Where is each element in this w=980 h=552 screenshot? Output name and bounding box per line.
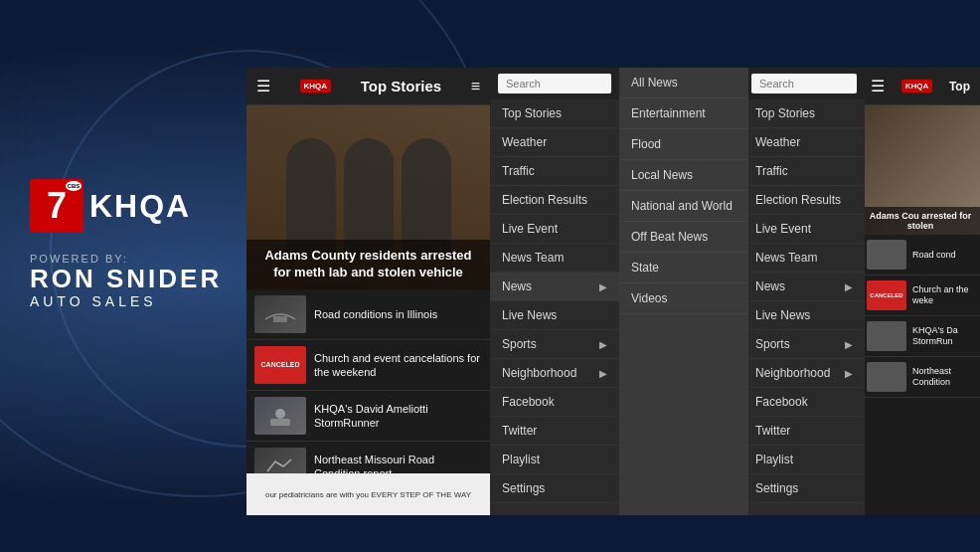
dropdown-item-playlist[interactable]: Playlist bbox=[490, 446, 619, 474]
dropdown-menu-panel: Top Stories Weather Traffic Election Res… bbox=[490, 68, 619, 515]
dropdown-item-top-stories[interactable]: Top Stories bbox=[490, 99, 619, 128]
news-item-canceled[interactable]: CANCELED Church and event cancelations f… bbox=[246, 340, 490, 391]
svg-rect-0 bbox=[273, 316, 287, 322]
dropdown-right-item-election[interactable]: Election Results bbox=[743, 186, 865, 215]
dropdown-item-facebook[interactable]: Facebook bbox=[490, 388, 619, 417]
khqa-small-logo: KHQA bbox=[300, 80, 332, 92]
hero-overlay: Adams County residents arrested for meth… bbox=[246, 240, 490, 289]
app-header-title: Top Stories bbox=[361, 78, 441, 94]
news-item-david[interactable]: KHQA's David Ameliotti StormRunner bbox=[246, 391, 490, 442]
channel-seven-logo: 7 CBS bbox=[30, 179, 83, 233]
news-text-david: KHQA's David Ameliotti StormRunner bbox=[314, 402, 482, 431]
right-khqa-small-logo: KHQA bbox=[901, 80, 933, 92]
chevron-right-sports-r-icon: ▶ bbox=[845, 339, 853, 350]
right-news-item-3[interactable]: KHQA's Da StormRun bbox=[861, 316, 980, 357]
auto-sales-label: AUTO SALES bbox=[30, 293, 222, 309]
submenu-item-entertainment[interactable]: Entertainment bbox=[619, 98, 748, 129]
chevron-right-news-r-icon: ▶ bbox=[845, 281, 853, 292]
dropdown-search-input[interactable] bbox=[498, 74, 611, 93]
right-hero-image[interactable]: Adams Cou arrested for stolen bbox=[861, 105, 980, 235]
news-item-road[interactable]: Road conditions in Illinois bbox=[246, 289, 490, 340]
hero-image[interactable]: Adams County residents arrested for meth… bbox=[246, 105, 490, 289]
dropdown-right-item-live-event[interactable]: Live Event bbox=[743, 215, 865, 244]
dropdown-item-settings[interactable]: Settings bbox=[490, 474, 619, 503]
dropdown-right-item-sports[interactable]: Sports ▶ bbox=[743, 330, 865, 359]
right-news-item-2[interactable]: CANCELED Church an the weke bbox=[861, 276, 980, 316]
submenu-item-state[interactable]: State bbox=[619, 253, 748, 283]
dropdown-items-list: Top Stories Weather Traffic Election Res… bbox=[490, 99, 619, 515]
dropdown-right-items-list: Top Stories Weather Traffic Election Res… bbox=[743, 99, 865, 515]
dropdown-right-search-area bbox=[743, 68, 865, 99]
news-item-northeast[interactable]: Northeast Missouri Road Condition report bbox=[246, 442, 490, 473]
news-text-northeast: Northeast Missouri Road Condition report bbox=[314, 453, 482, 473]
right-text-3: KHQA's Da StormRun bbox=[912, 325, 974, 347]
right-hamburger-icon[interactable]: ☰ bbox=[871, 77, 885, 95]
news-thumb-road bbox=[254, 295, 306, 333]
dropdown-right-item-facebook[interactable]: Facebook bbox=[743, 388, 865, 417]
right-text-2: Church an the weke bbox=[912, 284, 974, 306]
chevron-right-neighborhood-icon: ▶ bbox=[599, 368, 607, 379]
dropdown-search-area bbox=[490, 68, 619, 99]
dropdown-item-traffic[interactable]: Traffic bbox=[490, 157, 619, 186]
right-thumb-4 bbox=[867, 362, 906, 392]
dropdown-right-item-settings[interactable]: Settings bbox=[743, 474, 865, 503]
dropdown-right-item-twitter[interactable]: Twitter bbox=[743, 417, 865, 446]
dropdown-item-election[interactable]: Election Results bbox=[490, 186, 619, 215]
chevron-right-sports-icon: ▶ bbox=[599, 339, 607, 350]
dropdown-item-weather[interactable]: Weather bbox=[490, 128, 619, 157]
dropdown-right-item-weather[interactable]: Weather bbox=[743, 128, 865, 157]
dropdown-item-news-team[interactable]: News Team bbox=[490, 244, 619, 273]
submenu-item-offbeat[interactable]: Off Beat News bbox=[619, 222, 748, 253]
submenu-item-all-news[interactable]: All News bbox=[619, 68, 748, 98]
right-app-header: ☰ KHQA Top bbox=[861, 68, 980, 105]
dropdown-item-news[interactable]: News ▶ bbox=[490, 273, 619, 301]
right-news-item-1[interactable]: Road cond bbox=[861, 235, 980, 276]
news-list: Road conditions in Illinois CANCELED Chu… bbox=[246, 289, 490, 473]
dropdown-right-item-live-news[interactable]: Live News bbox=[743, 301, 865, 330]
submenu-items-list: All News Entertainment Flood Local News … bbox=[619, 68, 748, 515]
banner-text: our pediatricians are with you EVERY STE… bbox=[265, 490, 471, 499]
app-header: ☰ KHQA Top Stories ≡ bbox=[246, 68, 490, 105]
right-thumb-3 bbox=[867, 321, 906, 351]
dropdown-item-live-event[interactable]: Live Event bbox=[490, 215, 619, 244]
right-thumb-canceled: CANCELED bbox=[867, 280, 906, 310]
news-thumb-northeast bbox=[254, 448, 306, 473]
dropdown-item-live-news[interactable]: Live News bbox=[490, 301, 619, 330]
dropdown-right-item-neighborhood[interactable]: Neighborhood ▶ bbox=[743, 359, 865, 388]
dropdown-right-search-input[interactable] bbox=[751, 74, 857, 93]
right-app-header-title: Top bbox=[949, 80, 970, 93]
news-bottom-banner: our pediatricians are with you EVERY STE… bbox=[246, 473, 490, 515]
list-icon[interactable]: ≡ bbox=[471, 78, 480, 95]
right-news-item-4[interactable]: Northeast Condition bbox=[861, 357, 980, 398]
hero-headline: Adams County residents arrested for meth… bbox=[256, 248, 480, 281]
svg-rect-2 bbox=[270, 419, 290, 426]
chevron-right-neighborhood-r-icon: ▶ bbox=[845, 368, 853, 379]
right-text-1: Road cond bbox=[912, 250, 956, 261]
dropdown-right-item-news-team[interactable]: News Team bbox=[743, 244, 865, 273]
submenu-item-flood[interactable]: Flood bbox=[619, 129, 748, 160]
right-news-list: Road cond CANCELED Church an the weke KH… bbox=[861, 235, 980, 515]
main-app-panel: ☰ KHQA Top Stories ≡ Adams County reside… bbox=[246, 68, 490, 515]
dropdown-right-item-top-stories[interactable]: Top Stories bbox=[743, 99, 865, 128]
dropdown-item-neighborhood[interactable]: Neighborhood ▶ bbox=[490, 359, 619, 388]
dropdown-right-item-playlist[interactable]: Playlist bbox=[743, 446, 865, 474]
hamburger-icon[interactable]: ☰ bbox=[256, 77, 270, 95]
submenu-item-videos[interactable]: Videos bbox=[619, 283, 748, 314]
right-app-panel: ☰ KHQA Top Adams Cou arrested for stolen… bbox=[861, 68, 980, 515]
khqa-logo-text: KHQA bbox=[89, 188, 191, 225]
news-thumb-david bbox=[254, 397, 306, 435]
dropdown-right-item-traffic[interactable]: Traffic bbox=[743, 157, 865, 186]
news-text-canceled: Church and event cancelations for the we… bbox=[314, 351, 482, 380]
submenu-panel: All News Entertainment Flood Local News … bbox=[619, 68, 748, 515]
news-thumb-canceled: CANCELED bbox=[254, 346, 306, 384]
submenu-item-national-world[interactable]: National and World bbox=[619, 191, 748, 222]
branding-area: 7 CBS KHQA POWERED BY: RON SNIDER AUTO S… bbox=[30, 179, 222, 309]
right-hero-text: Adams Cou arrested for stolen bbox=[861, 207, 980, 235]
dropdown-item-twitter[interactable]: Twitter bbox=[490, 417, 619, 446]
cbs-eye: CBS bbox=[66, 181, 82, 191]
news-text-road: Road conditions in Illinois bbox=[314, 307, 437, 321]
chevron-right-icon: ▶ bbox=[599, 281, 607, 292]
submenu-item-local-news[interactable]: Local News bbox=[619, 160, 748, 191]
dropdown-right-item-news[interactable]: News ▶ bbox=[743, 273, 865, 301]
dropdown-item-sports[interactable]: Sports ▶ bbox=[490, 330, 619, 359]
